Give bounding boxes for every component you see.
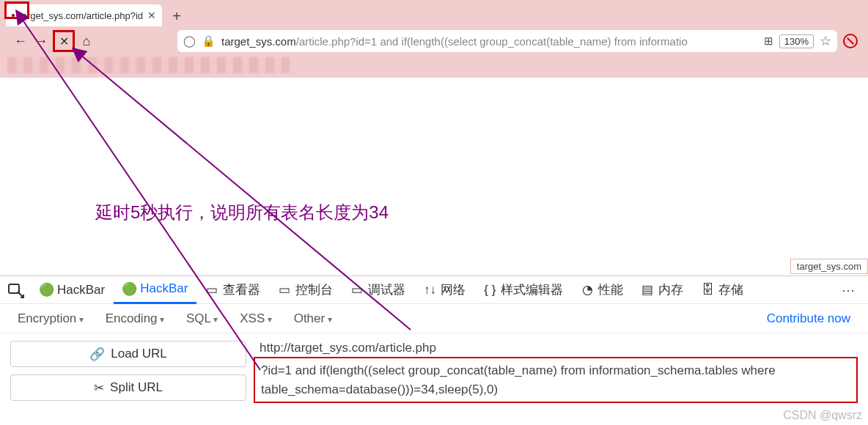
- console-icon: ▭: [278, 284, 291, 297]
- inspector-icon: ▭: [205, 284, 218, 297]
- tab-memory[interactable]: ▤内存: [632, 276, 692, 304]
- scissors-icon: ✂: [94, 380, 104, 396]
- hackbar-toolbar: Encryption Encoding SQL XSS Other Contri…: [0, 304, 868, 333]
- new-tab-button[interactable]: +: [166, 6, 187, 26]
- request-url-line1: http://target_sys.com/article.php: [254, 341, 858, 357]
- page-content: 延时5秒执行，说明所有表名长度为34 target_sys.com: [0, 78, 868, 276]
- loading-dot-icon: [12, 14, 15, 17]
- tab-hackbar-2[interactable]: 🟢HackBar: [114, 276, 196, 304]
- bookmark-star-icon[interactable]: ☆: [820, 33, 831, 49]
- tab-inspector[interactable]: ▭查看器: [196, 276, 269, 304]
- tab-perf[interactable]: ◔性能: [572, 276, 632, 304]
- hackbar-icon: 🟢: [122, 282, 136, 295]
- zoom-badge[interactable]: 130%: [779, 34, 814, 48]
- annotation-text: 延时5秒执行，说明所有表名长度为34: [95, 201, 389, 224]
- close-tab-icon[interactable]: ✕: [147, 10, 156, 21]
- dd-encryption[interactable]: Encryption: [18, 311, 84, 326]
- devtools-tabs: 🟢HackBar 🟢HackBar ▭查看器 ▭控制台 ▭调试器 ↑↓网络 { …: [0, 276, 868, 304]
- hackbar-icon: 🟢: [40, 284, 53, 297]
- tab-hackbar-1[interactable]: 🟢HackBar: [31, 276, 114, 304]
- memory-icon: ▤: [641, 284, 654, 297]
- highlight-stop: ✕: [53, 30, 75, 52]
- contribute-link[interactable]: Contribute now: [767, 311, 850, 326]
- lock-icon: 🔒: [202, 34, 216, 48]
- perf-icon: ◔: [581, 284, 594, 297]
- dd-encoding[interactable]: Encoding: [106, 311, 164, 326]
- stop-button[interactable]: ✕: [56, 34, 71, 48]
- style-icon: { }: [483, 284, 496, 297]
- qr-icon[interactable]: ⊞: [764, 34, 773, 48]
- load-url-button[interactable]: 🔗Load URL: [10, 341, 246, 367]
- nav-toolbar: ← → ✕ ⌂ ◯ 🔒 target_sys.com/article.php?i…: [0, 26, 868, 56]
- devtools-more-icon[interactable]: ⋯: [836, 282, 861, 298]
- shield-icon: ◯: [183, 34, 196, 48]
- devtools-panel: 🟢HackBar 🟢HackBar ▭查看器 ▭控制台 ▭调试器 ↑↓网络 { …: [0, 276, 868, 425]
- storage-icon: 🗄: [701, 284, 714, 297]
- noscript-icon[interactable]: [843, 34, 858, 48]
- network-icon: ↑↓: [423, 284, 436, 297]
- dd-sql[interactable]: SQL: [186, 311, 218, 326]
- tab-title: target_sys.com/article.php?id: [19, 10, 143, 21]
- split-url-button[interactable]: ✂Split URL: [10, 374, 246, 401]
- address-bar[interactable]: ◯ 🔒 target_sys.com/article.php?id=1 and …: [177, 30, 837, 52]
- tab-console[interactable]: ▭控制台: [269, 276, 342, 304]
- tab-style[interactable]: { }样式编辑器: [474, 276, 572, 304]
- tab-storage[interactable]: 🗄存储: [692, 276, 752, 304]
- link-icon: 🔗: [89, 347, 105, 362]
- request-params-box[interactable]: ?id=1 and if(length((select group_concat…: [254, 357, 858, 403]
- hackbar-body: 🔗Load URL ✂Split URL http://target_sys.c…: [0, 333, 868, 425]
- forward-button[interactable]: →: [31, 31, 51, 51]
- back-button[interactable]: ←: [10, 31, 31, 51]
- tab-debugger[interactable]: ▭调试器: [342, 276, 414, 304]
- home-button[interactable]: ⌂: [76, 31, 97, 51]
- status-tooltip: target_sys.com: [790, 259, 868, 274]
- watermark: CSDN @qwsrz: [783, 409, 862, 422]
- tab-row: target_sys.com/article.php?id ✕ +: [0, 0, 868, 26]
- dd-xss[interactable]: XSS: [240, 311, 271, 326]
- dd-other[interactable]: Other: [294, 311, 332, 326]
- debugger-icon: ▭: [350, 284, 364, 297]
- browser-tab[interactable]: target_sys.com/article.php?id ✕: [6, 4, 162, 26]
- bookmarks-bar: [0, 56, 868, 78]
- url-text: target_sys.com/article.php?id=1 and if(l…: [221, 35, 758, 48]
- element-picker-icon[interactable]: [7, 281, 25, 299]
- blurred-bookmarks: [7, 57, 290, 73]
- tab-network[interactable]: ↑↓网络: [414, 276, 474, 304]
